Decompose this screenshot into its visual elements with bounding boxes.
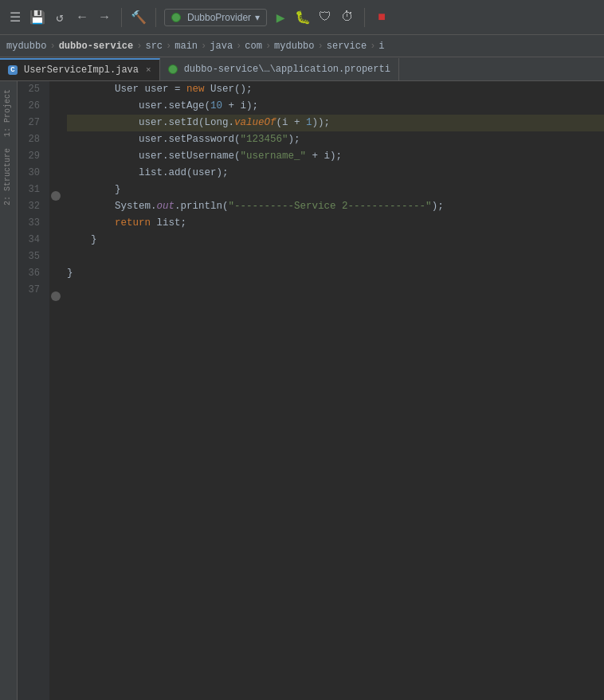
breadcrumb-i[interactable]: i — [378, 41, 384, 52]
code-line-30: list.add(user); — [67, 165, 604, 182]
tab-close-userserviceimpl[interactable]: × — [146, 65, 151, 75]
breadcrumb-mydubbo2[interactable]: mydubbo — [274, 41, 314, 52]
line-num-34: 34 — [18, 232, 45, 248]
build-icon[interactable]: 🔨 — [130, 9, 147, 26]
breadcrumb-src[interactable]: src — [145, 41, 163, 52]
spring-icon — [171, 13, 181, 22]
java-class-icon: C — [8, 65, 18, 75]
tab-application-properties[interactable]: dubbo-service\…\application.properti — [160, 58, 399, 80]
tab-userserviceimpl[interactable]: C UserServiceImpl.java × — [0, 58, 160, 80]
tab-label-application-properties: dubbo-service\…\application.properti — [184, 64, 390, 75]
separator-1 — [121, 8, 122, 27]
code-line-33: return list; — [67, 215, 604, 232]
line-num-29: 29 — [18, 148, 45, 165]
breadcrumb-com[interactable]: com — [245, 41, 262, 52]
code-line-29: user.setUsername("username_" + i); — [67, 148, 604, 165]
breadcrumb-service[interactable]: service — [327, 41, 367, 52]
left-sidebar: 1: Project 2: Structure — [0, 81, 18, 700]
separator-2 — [155, 8, 156, 27]
code-line-36: } — [67, 265, 604, 282]
code-line-26: user.setAge(10 + i); — [67, 98, 604, 115]
spring-icon-tab — [168, 65, 178, 74]
code-line-34: } — [67, 232, 604, 248]
code-editor: 25 26 27 28 29 30 31 32 33 34 35 36 37 — [18, 81, 604, 700]
save-icon[interactable]: 💾 — [29, 9, 46, 26]
line-num-25: 25 — [18, 81, 45, 98]
line-num-33: 33 — [18, 215, 45, 232]
separator-3 — [364, 8, 365, 27]
run-config-label: DubboProvider — [187, 12, 251, 23]
code-line-27: user.setId(Long.valueOf(i + 1)); — [67, 115, 604, 131]
code-line-37 — [67, 282, 604, 299]
menu-icon[interactable]: ☰ — [6, 9, 24, 26]
line-num-30: 30 — [18, 165, 45, 182]
breadcrumb: mydubbo › dubbo-service › src › main › j… — [0, 35, 604, 57]
back-icon[interactable]: ← — [73, 9, 91, 26]
line-num-31: 31 — [18, 182, 45, 198]
gutter — [49, 81, 62, 700]
code-area: 25 26 27 28 29 30 31 32 33 34 35 36 37 — [18, 81, 604, 700]
code-line-25: User user = new User(); — [67, 81, 604, 98]
code-line-32: System.out.println("----------Service 2-… — [67, 198, 604, 215]
line-num-35: 35 — [18, 248, 45, 265]
code-line-35 — [67, 248, 604, 265]
coverage-icon[interactable]: 🛡 — [316, 9, 334, 26]
dropdown-arrow: ▾ — [255, 12, 260, 23]
run-icon[interactable]: ▶ — [272, 9, 289, 26]
editor-tabs: C UserServiceImpl.java × dubbo-service\…… — [0, 57, 604, 81]
code-content[interactable]: User user = new User(); user.setAge(10 +… — [62, 81, 604, 700]
breadcrumb-main[interactable]: main — [175, 41, 198, 52]
line-num-28: 28 — [18, 131, 45, 148]
main-area: 1: Project 2: Structure 25 26 27 28 29 3… — [0, 81, 604, 700]
code-line-31: } — [67, 182, 604, 198]
line-num-26: 26 — [18, 98, 45, 115]
stop-icon[interactable]: ■ — [373, 9, 390, 26]
refresh-icon[interactable]: ↺ — [51, 9, 69, 26]
code-line-28: user.setPassword("123456"); — [67, 131, 604, 148]
debug-icon[interactable]: 🐛 — [294, 9, 312, 26]
forward-icon[interactable]: → — [96, 9, 113, 26]
breadcrumb-dubbo-service[interactable]: dubbo-service — [59, 41, 134, 52]
line-numbers: 25 26 27 28 29 30 31 32 33 34 35 36 37 — [18, 81, 49, 700]
breadcrumb-java[interactable]: java — [210, 41, 233, 52]
tab-label-userserviceimpl: UserServiceImpl.java — [24, 65, 139, 76]
gutter-icon-34 — [51, 291, 61, 301]
line-num-32: 32 — [18, 198, 45, 215]
sidebar-tab-structure[interactable]: 2: Structure — [2, 143, 15, 210]
line-num-37: 37 — [18, 282, 45, 299]
line-num-36: 36 — [18, 265, 45, 282]
toolbar: ☰ 💾 ↺ ← → 🔨 DubboProvider ▾ ▶ 🐛 🛡 ⏱ ■ — [0, 0, 604, 35]
breadcrumb-mydubbo[interactable]: mydubbo — [6, 41, 46, 52]
run-config-dropdown[interactable]: DubboProvider ▾ — [164, 9, 267, 26]
sidebar-tab-project[interactable]: 1: Project — [2, 84, 15, 142]
profile-icon[interactable]: ⏱ — [339, 9, 356, 26]
gutter-icon-31 — [51, 191, 61, 201]
line-num-27: 27 — [18, 115, 45, 131]
